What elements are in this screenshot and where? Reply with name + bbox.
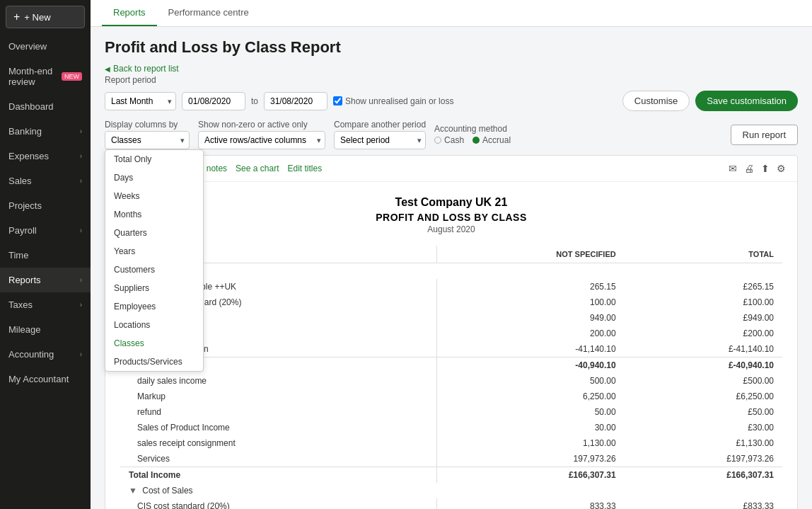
show-unrealised-label[interactable]: Show unrealised gain or loss: [333, 96, 453, 106]
new-button-label: + New: [24, 12, 50, 23]
date-to-input[interactable]: [264, 92, 327, 110]
menu-locations[interactable]: Locations: [105, 316, 203, 334]
tab-reports[interactable]: Reports: [102, 0, 157, 26]
date-from-input[interactable]: [182, 92, 245, 110]
col-total: £100.00: [625, 294, 782, 310]
col-not-specified: 265.15: [437, 279, 625, 294]
radio-group: Cash Accrual: [434, 135, 511, 145]
to-label: to: [251, 96, 258, 106]
table-row: CIS cost standard (20%) 833.33 £833.33: [120, 498, 782, 509]
compare-select[interactable]: Select period: [334, 131, 426, 149]
sidebar-item-banking[interactable]: Banking›: [0, 119, 91, 144]
radio-cash[interactable]: Cash: [434, 135, 464, 145]
sidebar-item-sales[interactable]: Sales›: [0, 168, 91, 193]
radio-cash-label: Cash: [444, 135, 464, 145]
period-select[interactable]: Last Month This Month This Quarter This …: [105, 92, 176, 110]
menu-quarters[interactable]: Quarters: [105, 224, 203, 242]
table-row: Markup 6,250.00 £6,250.00: [120, 389, 782, 404]
col-not-specified: £166,307.31: [437, 467, 625, 484]
chevron-icon: ›: [80, 127, 82, 135]
row-label: CIS cost standard (20%): [120, 498, 437, 509]
compare-group: Compare another period Select period: [334, 120, 426, 149]
new-button[interactable]: + + New: [6, 6, 85, 28]
table-row: ▼ Income: [120, 263, 782, 280]
controls-right: Customise Save customisation: [622, 91, 798, 111]
table-row: ▼ Crop Sales 200.00 £200.00: [120, 326, 782, 341]
chevron-icon: ›: [80, 227, 82, 234]
non-zero-select-wrapper: Active rows/active columns: [198, 131, 325, 149]
col-not-specified: 197,973.26: [437, 451, 625, 467]
sidebar-item-label: Reports: [8, 275, 41, 285]
tab-performance-centre[interactable]: Performance centre: [157, 0, 260, 26]
email-icon[interactable]: ✉: [729, 163, 737, 174]
accounting-method-label: Accounting method: [434, 124, 511, 134]
customise-button[interactable]: Customise: [622, 91, 690, 111]
back-link[interactable]: Back to report list: [105, 64, 798, 74]
radio-accrual[interactable]: Accrual: [472, 135, 511, 145]
report-toolbar: Collapse Sort ▾ Add notes See a chart Ed…: [105, 156, 797, 182]
sidebar-item-dashboard[interactable]: Dashboard: [0, 94, 91, 119]
sidebar-item-my-accountant[interactable]: My Accountant: [0, 367, 91, 391]
non-zero-label: Show non-zero or active only: [198, 120, 325, 130]
save-customisation-button[interactable]: Save customisation: [695, 91, 798, 111]
settings-icon[interactable]: ⚙: [777, 163, 786, 174]
col-total: £1,130.00: [625, 435, 782, 451]
accounting-method-group: Accounting method Cash Accrual: [434, 124, 511, 145]
col-total: £949.00: [625, 310, 782, 326]
col-header-not-specified: NOT SPECIFIED: [437, 246, 625, 263]
col-total: £-41,140.10: [625, 341, 782, 358]
display-columns-chevron: ▾: [180, 136, 185, 145]
sidebar-item-month-end-review[interactable]: Month-end reviewNEW: [0, 59, 91, 94]
table-header-row: NOT SPECIFIED TOTAL: [120, 246, 782, 263]
sidebar-item-overview[interactable]: Overview: [0, 34, 91, 59]
sidebar-item-label: Sales: [8, 176, 32, 186]
sidebar-item-reports[interactable]: Reports›: [0, 268, 91, 292]
menu-products-services[interactable]: Products/Services: [105, 353, 203, 371]
display-columns-select[interactable]: Classes ▾: [105, 131, 190, 149]
col-not-specified: -41,140.10: [437, 341, 625, 358]
sidebar-nav: OverviewMonth-end reviewNEWDashboardBank…: [0, 34, 91, 509]
table-row: CIS income standard (20%) 100.00 £100.00: [120, 294, 782, 310]
export-icon[interactable]: ⬆: [761, 163, 770, 174]
menu-customers[interactable]: Customers: [105, 261, 203, 279]
table-row: Total Income £166,307.31 £166,307.31: [120, 467, 782, 484]
edit-titles-button[interactable]: Edit titles: [287, 164, 322, 173]
menu-weeks[interactable]: Weeks: [105, 187, 203, 205]
sidebar-item-mileage[interactable]: Mileage: [0, 317, 91, 342]
compare-select-wrapper: Select period: [334, 131, 426, 149]
show-unrealised-checkbox[interactable]: [333, 96, 342, 105]
print-icon[interactable]: 🖨: [744, 163, 754, 174]
menu-classes[interactable]: Classes: [105, 334, 203, 353]
menu-suppliers[interactable]: Suppliers: [105, 279, 203, 297]
sidebar-item-taxes[interactable]: Taxes›: [0, 292, 91, 317]
menu-total-only[interactable]: Total Only: [105, 150, 203, 168]
sidebar-item-payroll[interactable]: Payroll›: [0, 218, 91, 243]
menu-days[interactable]: Days: [105, 168, 203, 187]
menu-employees[interactable]: Employees: [105, 297, 203, 316]
chevron-icon: ›: [80, 301, 82, 309]
radio-accrual-label: Accrual: [482, 135, 511, 145]
sidebar-item-accounting[interactable]: Accounting›: [0, 342, 91, 367]
row-label: Sales of Product Income: [120, 420, 437, 435]
sidebar-item-expenses[interactable]: Expenses›: [0, 144, 91, 168]
col-total: £197,973.26: [625, 451, 782, 467]
menu-years[interactable]: Years: [105, 242, 203, 261]
table-row: daily sales income 500.00 £500.00: [120, 373, 782, 389]
menu-months[interactable]: Months: [105, 205, 203, 224]
sidebar-item-time[interactable]: Time: [0, 243, 91, 268]
report-card: Collapse Sort ▾ Add notes See a chart Ed…: [105, 155, 798, 509]
section-arrow-icon: ▼: [129, 486, 137, 496]
sidebar-item-projects[interactable]: Projects: [0, 193, 91, 218]
tabs-bar: ReportsPerformance centre: [91, 0, 812, 27]
non-zero-group: Show non-zero or active only Active rows…: [198, 120, 325, 149]
sidebar-item-label: Accounting: [8, 349, 54, 360]
non-zero-select[interactable]: Active rows/active columns: [198, 131, 325, 149]
display-columns-menu: Total Only Days Weeks Months Quarters Ye…: [105, 149, 204, 372]
radio-accrual-indicator: [472, 137, 480, 144]
see-chart-button[interactable]: See a chart: [236, 164, 279, 173]
show-unrealised-text: Show unrealised gain or loss: [345, 96, 453, 106]
table-row: refund 50.00 £50.00: [120, 404, 782, 420]
row-label: Total Income: [120, 467, 437, 484]
run-report-button[interactable]: Run report: [731, 125, 798, 145]
col-not-specified: 30.00: [437, 420, 625, 435]
